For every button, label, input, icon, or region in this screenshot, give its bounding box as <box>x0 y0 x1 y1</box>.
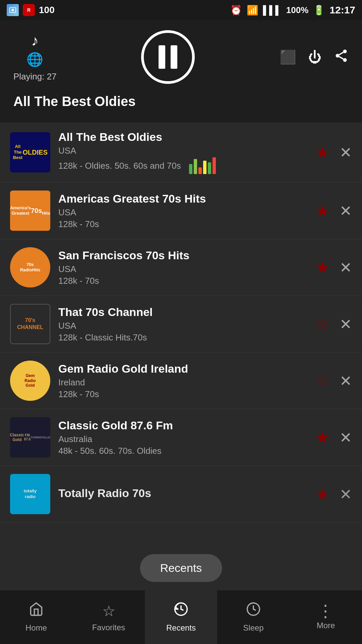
clock-time: 12:17 <box>329 4 355 16</box>
recents-tooltip: Recents <box>140 554 222 582</box>
station-country: USA <box>58 207 307 218</box>
favorites-icon: ☆ <box>102 602 115 620</box>
station-logo: 70'sCHANNEL <box>10 304 50 344</box>
favorite-star-button[interactable]: ★ <box>315 258 329 277</box>
signal-icon: ▌▌▌ <box>263 5 282 15</box>
station-name: Americas Greatest 70s Hits <box>58 192 307 205</box>
nav-label-recents: Recents <box>166 623 196 633</box>
status-bar-left: R 100 <box>7 4 55 16</box>
station-item[interactable]: 70sRadioHits San Franciscos 70s Hits USA… <box>0 239 362 296</box>
station-name: Classic Gold 87.6 Fm <box>58 419 307 432</box>
remove-button[interactable]: ✕ <box>340 144 352 161</box>
nav-label-more: More <box>317 621 335 630</box>
station-country: Australia <box>58 434 307 444</box>
alarm-icon: ⏰ <box>230 5 242 16</box>
radio-app-icon: R <box>23 4 35 16</box>
svg-line-5 <box>339 56 344 59</box>
player-left-icons: ♪ 🌐 Playing: 27 <box>13 32 57 82</box>
station-actions: ☆ ✕ <box>315 371 352 390</box>
station-logo: GemRadioGold <box>10 361 50 401</box>
player-right-icons: ⬛ ⏻ <box>280 48 349 66</box>
station-bitrate: 48k - 50s. 60s. 70s. Oldies <box>58 446 307 456</box>
station-actions: ★ ✕ <box>315 428 352 447</box>
station-logo: ClassicGoldFM 87.6TOWNSVILLE <box>10 417 50 458</box>
bottom-nav: Home ☆ Favorites Recents Sleep ⋮ M <box>0 590 362 644</box>
svg-point-1 <box>11 9 14 11</box>
music-note-icon[interactable]: ♪ <box>31 32 39 49</box>
status-bar-right: ⏰ 📶 ▌▌▌ 100% 🔋 12:17 <box>230 4 356 16</box>
playing-label: Playing: 27 <box>13 71 57 82</box>
station-bitrate: 128k - Classic Hits.70s <box>58 332 307 343</box>
remove-button[interactable]: ✕ <box>340 429 352 446</box>
tooltip-text: Recents <box>160 561 202 574</box>
player-area: ♪ 🌐 Playing: 27 ⬛ ⏻ <box>0 20 362 122</box>
favorite-star-button[interactable]: ★ <box>315 143 329 162</box>
nav-item-more[interactable]: ⋮ More <box>290 590 362 644</box>
station-name: All The Best Oldies <box>58 130 307 144</box>
station-list: All The BestOLDIES All The Best Oldies U… <box>0 122 362 589</box>
station-country: USA <box>58 321 307 331</box>
station-name: Totally Radio 70s <box>58 487 307 500</box>
more-icon: ⋮ <box>317 604 335 618</box>
station-info: Gem Radio Gold Ireland Ireland 128k - 70… <box>58 362 307 399</box>
favorite-star-button[interactable]: ☆ <box>315 371 329 390</box>
photo-app-icon <box>7 4 19 16</box>
station-actions: ★ ✕ <box>315 143 352 162</box>
station-name: That 70s Channel <box>58 306 307 319</box>
station-actions: ★ ✕ <box>315 485 352 503</box>
remove-button[interactable]: ✕ <box>340 372 352 389</box>
station-item[interactable]: ClassicGoldFM 87.6TOWNSVILLE Classic Gol… <box>0 409 362 466</box>
current-station-title: All The Best Oldies <box>13 94 136 109</box>
remove-button[interactable]: ✕ <box>340 486 352 503</box>
pause-button[interactable] <box>141 30 195 84</box>
stop-button[interactable]: ⬛ <box>280 49 296 65</box>
station-actions: ★ ✕ <box>315 201 352 220</box>
station-item[interactable]: America'sGreatest70sHits Americas Greate… <box>0 182 362 239</box>
station-item[interactable]: GemRadioGold Gem Radio Gold Ireland Irel… <box>0 353 362 409</box>
remove-button[interactable]: ✕ <box>340 316 352 333</box>
share-button[interactable] <box>334 48 349 66</box>
station-bitrate: 128k - Oldies. 50s. 60s and 70s <box>58 161 181 171</box>
station-name: San Franciscos 70s Hits <box>58 249 307 262</box>
nav-item-home[interactable]: Home <box>0 590 72 644</box>
favorite-star-button[interactable]: ☆ <box>315 315 329 333</box>
station-actions: ☆ ✕ <box>315 315 352 333</box>
remove-button[interactable]: ✕ <box>340 259 352 276</box>
favorite-star-button[interactable]: ★ <box>315 428 329 447</box>
notification-count: 100 <box>39 5 55 15</box>
power-button[interactable]: ⏻ <box>308 50 322 65</box>
station-info: All The Best Oldies USA 128k - Oldies. 5… <box>58 130 307 174</box>
station-info: San Franciscos 70s Hits USA 128k - 70s <box>58 249 307 286</box>
favorite-star-button[interactable]: ★ <box>315 485 329 503</box>
station-country: Ireland <box>58 377 307 388</box>
svg-point-4 <box>343 58 347 62</box>
sleep-icon <box>246 602 261 620</box>
nav-label-favorites: Favorites <box>92 623 125 632</box>
nav-item-sleep[interactable]: Sleep <box>217 590 290 644</box>
svg-line-6 <box>339 52 344 54</box>
station-item[interactable]: 70'sCHANNEL That 70s Channel USA 128k - … <box>0 296 362 353</box>
nav-item-recents[interactable]: Recents <box>145 590 217 644</box>
station-item[interactable]: totallyradio Totally Radio 70s ★ ✕ <box>0 466 362 523</box>
station-item[interactable]: All The BestOLDIES All The Best Oldies U… <box>0 122 362 182</box>
status-bar: R 100 ⏰ 📶 ▌▌▌ 100% 🔋 12:17 <box>0 0 362 20</box>
nav-label-sleep: Sleep <box>243 623 263 633</box>
station-country: USA <box>58 146 307 156</box>
station-logo: America'sGreatest70sHits <box>10 191 50 231</box>
station-actions: ★ ✕ <box>315 258 352 277</box>
favorite-star-button[interactable]: ★ <box>315 201 329 220</box>
station-info: Classic Gold 87.6 Fm Australia 48k - 50s… <box>58 419 307 456</box>
nav-item-favorites[interactable]: ☆ Favorites <box>72 590 145 644</box>
globe-icon[interactable]: 🌐 <box>26 52 43 67</box>
station-bitrate: 128k - 70s <box>58 389 307 399</box>
svg-point-3 <box>336 54 340 57</box>
station-info: Americas Greatest 70s Hits USA 128k - 70… <box>58 192 307 229</box>
station-name: Gem Radio Gold Ireland <box>58 362 307 375</box>
station-country: USA <box>58 264 307 274</box>
station-info: That 70s Channel USA 128k - Classic Hits… <box>58 306 307 343</box>
remove-button[interactable]: ✕ <box>340 202 352 219</box>
station-info: Totally Radio 70s <box>58 487 307 502</box>
battery-icon: 🔋 <box>313 5 325 16</box>
battery-percentage: 100% <box>286 5 309 15</box>
station-logo: 70sRadioHits <box>10 247 50 287</box>
